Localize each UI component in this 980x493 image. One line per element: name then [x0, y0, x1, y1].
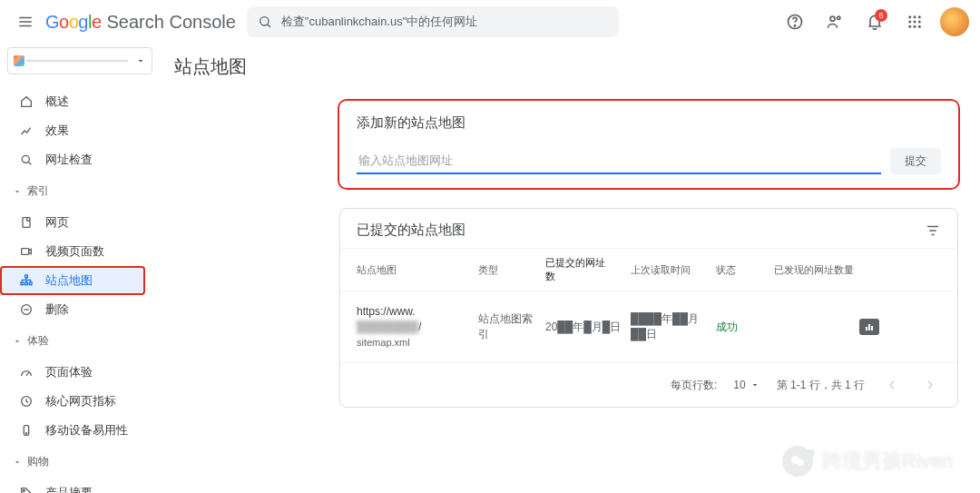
- rows-per-page-select[interactable]: 10: [733, 379, 760, 391]
- row-details-button[interactable]: [859, 319, 879, 335]
- section-index-heading[interactable]: 索引: [0, 178, 160, 204]
- notifications-button[interactable]: 6: [857, 4, 893, 40]
- svg-point-11: [908, 25, 911, 28]
- sidebar-item-video[interactable]: 视频页面数: [0, 237, 145, 266]
- account-avatar[interactable]: [940, 7, 969, 36]
- mobile-icon: [18, 423, 34, 438]
- sidebar-item-tag[interactable]: 产品摘要: [0, 478, 145, 493]
- sidebar-item-search[interactable]: 网址检查: [0, 145, 145, 174]
- section-label: 购物: [27, 454, 49, 469]
- bar-chart-icon: [864, 321, 875, 332]
- svg-point-32: [797, 459, 804, 467]
- arrow-down-icon: [616, 264, 627, 275]
- submit-button[interactable]: 提交: [890, 148, 941, 174]
- sidebar-item-label: 视频页面数: [45, 243, 104, 260]
- card-submitted-sitemaps: 已提交的站点地图 站点地图 类型 已提交的网址数: [339, 208, 958, 408]
- card-add-sitemap: 添加新的站点地图 提交: [339, 101, 958, 188]
- property-selector[interactable]: [7, 47, 152, 74]
- main-content: 站点地图 添加新的站点地图 提交 已提交的站点地图: [160, 44, 980, 493]
- sidebar-item-page[interactable]: 网页: [0, 208, 145, 237]
- watermark: 跨境男孩Riven: [782, 446, 953, 477]
- prev-page-button[interactable]: [881, 374, 903, 396]
- svg-point-3: [830, 16, 835, 21]
- col-submitted[interactable]: 已提交的网址数: [545, 256, 627, 283]
- apps-button[interactable]: [897, 4, 933, 40]
- sidebar-item-label: 核心网页指标: [45, 393, 116, 409]
- svg-rect-16: [22, 249, 29, 255]
- svg-point-5: [908, 15, 911, 18]
- sidebar-item-sitemap[interactable]: 站点地图: [0, 266, 145, 295]
- table-header-row: 站点地图 类型 已提交的网址数 上次读取时间 状态 已发现的网址数量: [340, 248, 957, 291]
- search-icon: [18, 153, 34, 167]
- search-placeholder-text: 检查"cubanlinkchain.us"中的任何网址: [281, 14, 478, 30]
- chevron-down-icon: [750, 380, 760, 390]
- sidebar-item-mobile[interactable]: 移动设备易用性: [0, 416, 145, 445]
- svg-rect-18: [21, 282, 24, 285]
- favicon-icon: [14, 55, 24, 66]
- sidebar-item-label: 网址检查: [45, 152, 93, 168]
- sidebar-item-speed[interactable]: 页面体验: [0, 358, 145, 387]
- video-icon: [18, 244, 34, 259]
- sidebar-item-label: 产品摘要: [45, 485, 93, 493]
- app-header: Google Search Console 检查"cubanlinkchain.…: [0, 0, 980, 44]
- chevron-down-icon: [135, 55, 146, 66]
- next-page-button[interactable]: [919, 374, 941, 396]
- svg-point-9: [914, 21, 916, 24]
- sitemap-icon: [18, 273, 34, 288]
- cell-url: https://www.████████/ sitemap.xml: [357, 304, 475, 350]
- svg-point-13: [918, 25, 921, 28]
- svg-rect-28: [866, 327, 867, 330]
- speed-icon: [18, 365, 34, 380]
- card-list-title: 已提交的站点地图: [357, 222, 466, 239]
- cell-status: 成功: [716, 320, 770, 335]
- sidebar-item-label: 概述: [45, 94, 69, 110]
- card-add-title: 添加新的站点地图: [357, 114, 941, 132]
- tag-icon: [18, 486, 34, 493]
- sidebar-item-vitals[interactable]: 核心网页指标: [0, 387, 145, 416]
- sidebar-item-home[interactable]: 概述: [0, 87, 145, 116]
- section-shopping-heading[interactable]: 购物: [0, 449, 160, 475]
- sidebar-item-chart[interactable]: 效果: [0, 116, 145, 145]
- svg-point-2: [794, 25, 795, 26]
- sidebar-item-remove[interactable]: 删除: [0, 295, 145, 324]
- watermark-text: 跨境男孩Riven: [822, 448, 953, 475]
- filter-button[interactable]: [925, 222, 941, 239]
- property-name-redacted: [26, 60, 128, 62]
- svg-point-0: [260, 17, 268, 25]
- svg-rect-17: [25, 275, 28, 278]
- table-row[interactable]: https://www.████████/ sitemap.xml 站点地图索引…: [340, 291, 957, 362]
- svg-point-12: [914, 25, 916, 28]
- help-button[interactable]: [777, 4, 813, 40]
- sidebar-item-label: 网页: [45, 214, 69, 231]
- search-icon: [258, 15, 272, 29]
- google-wordmark: Google: [45, 12, 102, 33]
- page-title: 站点地图: [174, 44, 958, 101]
- svg-point-7: [918, 15, 921, 18]
- sidebar-item-label: 删除: [45, 301, 69, 318]
- col-type: 类型: [478, 263, 542, 277]
- chevron-down-icon: [13, 337, 22, 346]
- svg-rect-20: [29, 282, 32, 285]
- section-experience-heading[interactable]: 体验: [0, 328, 160, 354]
- menu-button[interactable]: [7, 4, 44, 40]
- col-lastread: 上次读取时间: [631, 263, 712, 277]
- sidebar-item-label: 页面体验: [45, 364, 93, 380]
- chevron-right-icon: [923, 378, 937, 392]
- sitemap-url-input[interactable]: [357, 148, 881, 174]
- svg-point-4: [838, 16, 840, 19]
- cell-lastread: ████年██月██日: [631, 311, 712, 342]
- google-search-console-logo[interactable]: Google Search Console: [45, 12, 236, 33]
- col-found: 已发现的网址数量: [774, 263, 856, 277]
- svg-rect-29: [868, 324, 870, 330]
- sidebar-item-label: 移动设备易用性: [45, 422, 128, 439]
- svg-point-25: [23, 489, 24, 491]
- url-inspect-search[interactable]: 检查"cubanlinkchain.us"中的任何网址: [247, 6, 619, 37]
- users-button[interactable]: [817, 4, 853, 40]
- svg-point-24: [25, 433, 26, 434]
- svg-rect-19: [25, 282, 28, 285]
- cell-type: 站点地图索引: [478, 311, 542, 342]
- pagination: 每页行数: 10 第 1-1 行，共 1 行: [340, 362, 957, 407]
- notification-count-badge: 6: [875, 9, 887, 22]
- svg-rect-30: [871, 326, 873, 330]
- sidebar-item-label: 效果: [45, 123, 69, 139]
